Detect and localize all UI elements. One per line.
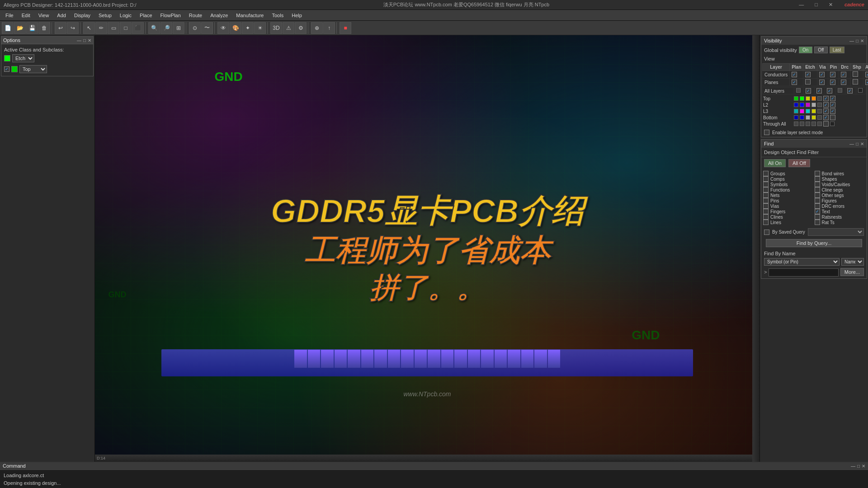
plane-pin-cb[interactable] [830, 80, 835, 85]
l3-all-cb[interactable] [830, 108, 835, 114]
global-vis-last-btn[interactable]: Last [830, 47, 844, 53]
fill-btn[interactable]: ⬛ [132, 22, 144, 34]
zoom-in-btn[interactable]: 🔍 [148, 22, 160, 34]
find-bondwires-cb[interactable] [815, 171, 820, 176]
global-vis-on-btn[interactable]: On [799, 47, 812, 53]
maximize-btn[interactable]: □ [812, 2, 821, 8]
cond-etch-cb[interactable] [805, 72, 811, 77]
pcb-canvas[interactable]: GND GND GND GDDR5显卡PCB介绍 工程师为了省成本 拼了。。 [95, 35, 760, 462]
find-all-off-btn[interactable]: All Off [788, 159, 810, 167]
top-vis-cb[interactable] [823, 96, 829, 101]
find-clinesegs-cb[interactable] [815, 187, 820, 192]
close-btn[interactable]: ✕ [826, 2, 835, 8]
find-clines-cb[interactable] [763, 214, 769, 220]
menu-help[interactable]: Help [288, 12, 306, 19]
find-groups-cb[interactable] [763, 171, 769, 176]
find-vias-cb[interactable] [763, 203, 769, 209]
ta-vis-cb[interactable] [823, 121, 829, 127]
cond-plan-cb[interactable] [792, 72, 797, 77]
draw-btn[interactable]: ✏ [95, 22, 107, 34]
menu-view[interactable]: View [35, 12, 53, 19]
subclass-checkbox[interactable] [4, 66, 9, 72]
l2-all-cb[interactable] [830, 102, 835, 108]
menu-manufacture[interactable]: Manufacture [232, 12, 267, 19]
zoom-out-btn[interactable]: 🔎 [160, 22, 172, 34]
options-expand[interactable]: □ [83, 38, 86, 43]
3d-btn[interactable]: 3D [270, 22, 282, 34]
open-btn[interactable]: 📂 [14, 22, 26, 34]
all-shp-cb[interactable] [847, 88, 853, 94]
all-etch-cb[interactable] [806, 88, 811, 94]
window-controls[interactable]: — □ ✕ cadence [796, 2, 864, 8]
menu-place[interactable]: Place [136, 12, 156, 19]
rect-btn[interactable]: □ [120, 22, 132, 34]
save-btn[interactable]: 💾 [26, 22, 38, 34]
find-voids-cb[interactable] [815, 182, 820, 187]
top-all-cb[interactable] [830, 96, 835, 101]
sun-btn[interactable]: ☀ [254, 22, 266, 34]
menu-display[interactable]: Display [71, 12, 94, 19]
bot-vis-cb[interactable] [823, 115, 829, 120]
class-dropdown[interactable]: Etch Via Pin [12, 54, 34, 62]
red-sq-btn[interactable]: ■ [340, 22, 351, 34]
find-name-input[interactable] [769, 268, 838, 277]
select-btn[interactable]: ↖ [83, 22, 95, 34]
up-hier-btn[interactable]: ↑ [323, 22, 335, 34]
plane-etch-cb[interactable] [805, 79, 811, 84]
plane-via-cb[interactable] [819, 80, 825, 85]
minimize-btn[interactable]: — [796, 2, 807, 8]
bot-all-cb[interactable] [830, 115, 835, 120]
cond-shp-cb[interactable] [853, 71, 858, 77]
menu-analyze[interactable]: Analyze [207, 12, 231, 19]
plane-plan-cb[interactable] [792, 80, 797, 85]
menu-logic[interactable]: Logic [116, 12, 135, 19]
layer-vis-btn[interactable]: 👁 [217, 22, 229, 34]
name-filter-select[interactable]: Name [841, 258, 864, 266]
cross-btn[interactable]: ⊕ [311, 22, 323, 34]
find-by-query-btn[interactable]: Find by Query... [766, 239, 862, 247]
cmd-close[interactable]: ✕ [862, 464, 865, 469]
cond-via-cb[interactable] [819, 72, 825, 77]
find-drcerrors-cb[interactable] [815, 203, 820, 209]
more-btn[interactable]: More... [840, 268, 864, 276]
find-expand[interactable]: □ [856, 141, 859, 146]
find-fingers-cb[interactable] [763, 209, 769, 214]
find-othersegs-cb[interactable] [815, 192, 820, 198]
find-text-cb[interactable] [815, 209, 820, 214]
color-btn[interactable]: 🎨 [230, 22, 241, 34]
name-type-select[interactable]: Symbol (or Pin) [764, 258, 840, 266]
delete-btn[interactable]: 🗑 [38, 22, 50, 34]
menu-add[interactable]: Add [53, 12, 70, 19]
menu-flowplan[interactable]: FlowPlan [157, 12, 184, 19]
l3-vis-cb[interactable] [823, 108, 829, 114]
cmd-minimize[interactable]: — [851, 464, 855, 469]
options-minimize[interactable]: — [77, 38, 81, 43]
vis-close[interactable]: ✕ [860, 38, 864, 43]
cmd-expand[interactable]: □ [857, 464, 860, 469]
plane-shp-cb[interactable] [853, 79, 858, 84]
fit-btn[interactable]: ⊞ [173, 22, 184, 34]
plane-drc-cb[interactable] [841, 80, 846, 85]
menu-tools[interactable]: Tools [269, 12, 288, 19]
by-saved-query-cb[interactable] [764, 230, 769, 235]
saved-query-select[interactable] [808, 228, 864, 236]
canvas-area[interactable]: GND GND GND GDDR5显卡PCB介绍 工程师为了省成本 拼了。。 [95, 35, 760, 462]
highlight-btn[interactable]: ✦ [242, 22, 254, 34]
vis-expand[interactable]: □ [856, 38, 859, 43]
redo-btn[interactable]: ↪ [67, 22, 79, 34]
find-symbols-cb[interactable] [763, 182, 769, 187]
shape-btn[interactable]: ▭ [108, 22, 119, 34]
all-via-cb[interactable] [816, 88, 822, 94]
find-pins-cb[interactable] [763, 198, 769, 203]
find-ratsnests-cb[interactable] [815, 214, 820, 220]
via-btn[interactable]: ⊙ [189, 22, 201, 34]
find-lines-cb[interactable] [763, 220, 769, 225]
menu-route[interactable]: Route [185, 12, 206, 19]
find-shapes-cb[interactable] [815, 176, 820, 182]
find-comps-cb[interactable] [763, 176, 769, 182]
subclass-dropdown[interactable]: Top L2 L3 Bottom [19, 65, 47, 73]
plane-all-cb[interactable] [865, 80, 868, 85]
menu-setup[interactable]: Setup [95, 12, 115, 19]
global-vis-off-btn[interactable]: Off [814, 47, 828, 53]
undo-btn[interactable]: ↩ [55, 22, 66, 34]
